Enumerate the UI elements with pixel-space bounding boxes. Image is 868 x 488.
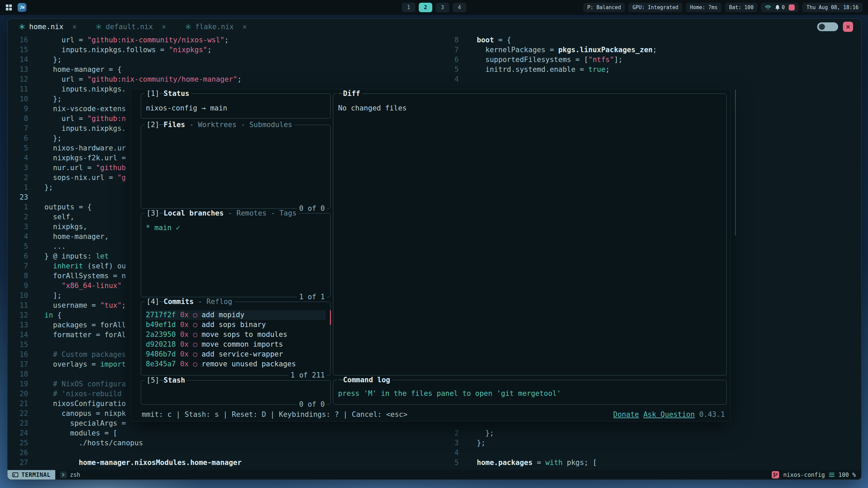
commit-author: 0x	[180, 340, 189, 348]
code-line[interactable]: 6 supportedFilesystems = ["ntfs"];	[440, 55, 861, 64]
code-line[interactable]: 4	[440, 448, 861, 458]
commit-row[interactable]: 2a23950 0x ○ move sops to modules	[146, 330, 326, 340]
code-text: };	[28, 56, 62, 64]
line-number: 24	[7, 429, 28, 437]
code-text: nur.url = "github	[28, 164, 126, 172]
code-text: # 'nixos-rebuild	[28, 390, 122, 398]
line-number: 12	[7, 75, 28, 83]
tab-close-icon[interactable]: ×	[242, 23, 247, 31]
line-number: 8	[440, 36, 459, 44]
tab-home.nix[interactable]: home.nix×	[19, 23, 77, 31]
tab-default.nix[interactable]: default.nix×	[96, 23, 166, 31]
commit-list: 2717f2f 0x ○ add mopidyb49ef1d 0x ○ add …	[141, 302, 330, 369]
link-donate[interactable]: Donate	[613, 410, 639, 419]
code-line[interactable]: 26	[7, 448, 242, 458]
lazygit-branches-panel[interactable]: [3]─Local branches - Remotes - Tags * ma…	[141, 213, 331, 297]
code-line[interactable]: 15 inputs.nixpkgs.follows = "nixpkgs";	[7, 45, 242, 55]
line-number: 7	[7, 124, 28, 133]
code-line[interactable]: 5 home.packages = with pkgs; [	[440, 458, 861, 467]
commit-row[interactable]: b49ef1d 0x ○ add sops binary	[146, 320, 326, 330]
code-text: nixpkgs,	[28, 223, 87, 231]
code-text: nix-vscode-extens	[28, 105, 126, 113]
lazygit-files-panel[interactable]: [2]─Files - Worktrees - Submodules 0 of …	[141, 125, 331, 209]
code-line[interactable]: 2 };	[440, 428, 861, 438]
tab-close-icon[interactable]: ×	[162, 23, 166, 31]
window-close-button[interactable]: ×	[843, 22, 853, 32]
workspace-button-4[interactable]: 4	[453, 3, 466, 12]
code-line[interactable]: 4	[440, 74, 861, 84]
code-text: formatter = forAl	[28, 331, 126, 339]
code-text: canopus = nixpk	[28, 409, 126, 418]
code-text: supportedFilesystems = ["ntfs"];	[459, 56, 623, 64]
code-line[interactable]: 25 ./hosts/canopus	[7, 438, 242, 448]
panel-title: ─Diff	[337, 89, 362, 98]
lazygit-commits-panel[interactable]: [4]─Commits - Reflog 2717f2f 0x ○ add mo…	[141, 302, 331, 375]
line-number: 1	[7, 183, 28, 191]
commit-graph-node: ○	[193, 340, 197, 348]
commit-graph-node: ○	[193, 360, 197, 368]
commit-graph-node: ○	[193, 330, 197, 339]
workspace-button-3[interactable]: 3	[436, 3, 449, 12]
tab-close-icon[interactable]: ×	[72, 23, 77, 31]
workspace-button-2[interactable]: 2	[419, 3, 432, 12]
tab-label: home.nix	[29, 23, 63, 31]
network-icon[interactable]	[765, 5, 771, 10]
notification-indicator[interactable]: 0	[775, 4, 785, 11]
lazygit-diff-panel[interactable]: ─Diff No changed files	[333, 94, 727, 375]
line-number: 10	[7, 291, 28, 300]
code-line[interactable]: 3 };	[440, 438, 861, 448]
commit-message: add service-wrapper	[201, 350, 283, 358]
lazygit-command-log-panel[interactable]: ─Command log press 'M' in the files pane…	[333, 380, 727, 405]
app-badge[interactable]: JW	[18, 3, 26, 12]
line-number: 22	[7, 409, 28, 418]
window-toggle-pill[interactable]	[817, 22, 838, 31]
code-line[interactable]: 13 home-manager = {	[7, 64, 242, 74]
commit-row[interactable]: 8e345a7 0x ○ remove unused packages	[146, 359, 326, 369]
tab-flake.nix[interactable]: flake.nix×	[185, 23, 247, 31]
link-ask-question[interactable]: Ask Question	[643, 410, 695, 419]
code-line[interactable]: 8 boot = {	[440, 35, 861, 45]
commit-row[interactable]: d920218 0x ○ move common imports	[146, 340, 326, 349]
mode-label: TERMINAL	[21, 471, 51, 478]
shell-indicator[interactable]: zsh	[60, 471, 80, 478]
code-line[interactable]: 16 url = "github:nix-community/nixos-wsl…	[7, 35, 242, 45]
code-line[interactable]: 14 };	[7, 55, 242, 64]
panel-title: [1]─Status	[144, 89, 191, 98]
code-line[interactable]: 7 kernelPackages = pkgs.linuxPackages_ze…	[440, 45, 861, 55]
code-line[interactable]: 12 url = "github:nix-community/home-mana…	[7, 74, 242, 84]
line-number: 21	[7, 400, 28, 408]
tray-color-swatch-icon[interactable]	[789, 4, 795, 11]
code-line[interactable]: 24 modules = [	[7, 428, 242, 438]
line-number: 15	[7, 341, 28, 349]
lazygit-options-bar: mmit: c | Stash: s | Reset: D | Keybindi…	[142, 410, 725, 419]
code-line[interactable]: 5 initrd.systemd.enable = true;	[440, 64, 861, 74]
lazygit-status-panel[interactable]: [1]─Status nixos-config → main	[141, 94, 331, 119]
line-number: 16	[7, 350, 28, 359]
commit-row[interactable]: 2717f2f 0x ○ add mopidy	[146, 310, 326, 320]
workspace-button-1[interactable]: 1	[402, 3, 415, 12]
code-text: inputs.nixpkgs.follows = "nixpkgs";	[28, 46, 212, 54]
line-number: 18	[7, 370, 28, 378]
line-number: 10	[7, 95, 28, 103]
panel-title: [2]─Files - Worktrees - Submodules	[144, 121, 294, 129]
lazygit-stash-panel[interactable]: [5]─Stash 0 of 0	[141, 380, 331, 405]
line-number: 2	[440, 429, 459, 437]
panel-title: ─Command log	[337, 376, 392, 384]
code-line[interactable]: 27 home-manager.nixosModules.home-manage…	[7, 458, 242, 467]
commit-row[interactable]: 9486b7d 0x ○ add service-wrapper	[146, 349, 326, 359]
commits-scrollbar-thumb[interactable]	[330, 310, 331, 325]
line-number: 4	[7, 154, 28, 162]
commit-graph-node: ○	[193, 321, 197, 329]
line-number: 3	[440, 439, 459, 447]
app-grid-icon[interactable]	[5, 4, 12, 11]
code-text: initrd.systemd.enable = true;	[459, 65, 610, 74]
commit-author: 0x	[180, 350, 189, 358]
line-number: 3	[7, 164, 28, 172]
code-text: home-manager,	[28, 232, 109, 241]
code-text: home-manager.nixosModules.home-manager	[28, 459, 242, 467]
code-text: sops-nix.url = "g	[28, 174, 126, 182]
clock: Thu Aug 08, 18:16	[802, 3, 863, 12]
workspace-switcher: 1234	[402, 3, 466, 12]
commit-sha: 9486b7d	[146, 350, 176, 358]
line-number: 9	[7, 105, 28, 113]
